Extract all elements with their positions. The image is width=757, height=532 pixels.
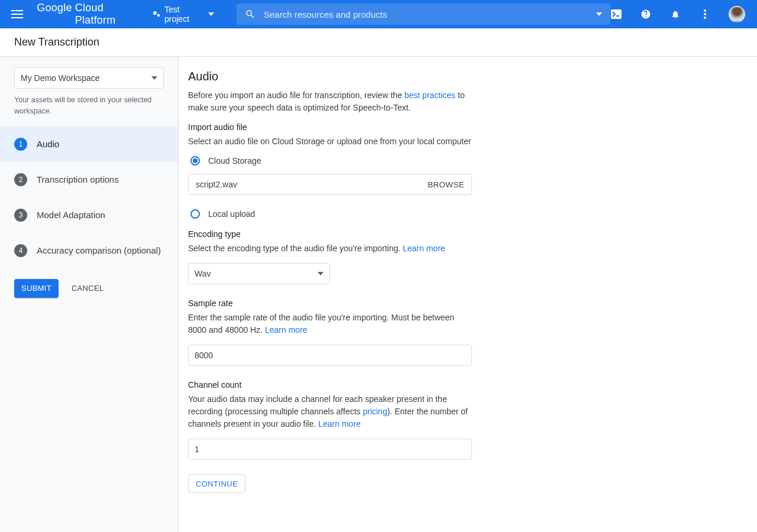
sample-rate-desc: Enter the sample rate of the audio file … <box>188 312 472 336</box>
workspace-note: Your assets will be stored in your selec… <box>14 95 164 117</box>
encoding-value: Wav <box>195 269 211 278</box>
platform-logo[interactable]: Google Cloud Platform <box>37 2 140 27</box>
more-vert-icon[interactable] <box>699 8 711 20</box>
svg-point-4 <box>704 13 706 15</box>
search-icon <box>245 9 255 20</box>
step-number: 1 <box>14 138 27 151</box>
radio-unselected-icon <box>190 209 200 219</box>
section-audio-desc: Before you import an audio file for tran… <box>188 89 472 114</box>
channel-count-title: Channel count <box>188 380 472 390</box>
project-selector[interactable]: Test project <box>153 5 214 24</box>
radio-local-upload[interactable]: Local upload <box>190 209 472 219</box>
chevron-down-icon <box>151 76 157 80</box>
notifications-icon[interactable] <box>669 8 681 20</box>
step-number: 2 <box>14 173 27 186</box>
step-label: Accuracy comparison (optional) <box>37 245 161 255</box>
browse-button[interactable]: BROWSE <box>428 180 464 189</box>
step-accuracy-comparison[interactable]: 4 Accuracy comparison (optional) <box>0 233 178 268</box>
search-dropdown-icon[interactable] <box>596 12 602 16</box>
hamburger-icon[interactable] <box>11 7 24 21</box>
submit-button[interactable]: SUBMIT <box>14 279 59 298</box>
sidebar: My Demo Workspace Your assets will be st… <box>0 57 179 532</box>
caret-down-icon <box>208 12 214 16</box>
pricing-link[interactable]: pricing <box>363 407 387 416</box>
step-label: Audio <box>37 139 59 149</box>
step-label: Transcription options <box>37 174 119 184</box>
workspace-value: My Demo Workspace <box>21 73 100 83</box>
section-audio-title: Audio <box>188 70 472 83</box>
step-audio[interactable]: 1 Audio <box>0 126 178 162</box>
page-title-bar: New Transcription <box>0 28 757 57</box>
step-label: Model Adaptation <box>37 210 105 220</box>
top-bar: Google Cloud Platform Test project <box>0 0 757 28</box>
best-practices-link[interactable]: best practices <box>405 90 455 100</box>
sample-rate-title: Sample rate <box>188 299 472 308</box>
svg-point-3 <box>704 9 706 12</box>
continue-button[interactable]: CONTINUE <box>188 474 245 493</box>
svg-point-1 <box>157 14 160 17</box>
svg-point-5 <box>704 17 706 19</box>
encoding-title: Encoding type <box>188 229 472 239</box>
radio-cloud-storage[interactable]: Cloud Storage <box>190 156 472 166</box>
search-box[interactable] <box>237 4 610 25</box>
main-panel: Audio Before you import an audio file fo… <box>179 57 757 532</box>
sample-rate-input[interactable] <box>188 345 472 366</box>
channel-count-input[interactable] <box>188 439 472 460</box>
header-actions <box>610 6 752 22</box>
search-input[interactable] <box>264 9 596 20</box>
cancel-button[interactable]: CANCEL <box>72 284 104 293</box>
page-title: New Transcription <box>14 36 99 48</box>
sample-learn-more-link[interactable]: Learn more <box>265 325 308 335</box>
project-icon <box>153 10 161 18</box>
cloud-shell-icon[interactable] <box>610 8 622 20</box>
encoding-learn-more-link[interactable]: Learn more <box>403 244 445 253</box>
import-desc: Select an audio file on Cloud Storage or… <box>188 135 472 148</box>
encoding-select[interactable]: Wav <box>188 263 330 284</box>
import-title: Import audio file <box>188 122 472 132</box>
step-model-adaptation[interactable]: 3 Model Adaptation <box>0 197 178 233</box>
step-number: 4 <box>14 244 27 257</box>
user-avatar[interactable] <box>729 6 745 22</box>
step-number: 3 <box>14 209 27 222</box>
svg-point-0 <box>153 11 157 15</box>
svg-rect-2 <box>611 9 622 19</box>
step-transcription-options[interactable]: 2 Transcription options <box>0 162 178 197</box>
cloud-file-input[interactable] <box>196 180 428 189</box>
help-icon[interactable] <box>640 8 652 20</box>
chevron-down-icon <box>318 272 323 275</box>
channel-count-desc: Your audio data may include a channel fo… <box>188 393 472 430</box>
cloud-file-field[interactable]: BROWSE <box>188 174 472 195</box>
channel-learn-more-link[interactable]: Learn more <box>318 419 361 429</box>
radio-selected-icon <box>190 156 200 166</box>
project-name: Test project <box>164 5 202 24</box>
workspace-select[interactable]: My Demo Workspace <box>14 67 164 89</box>
encoding-desc: Select the encoding type of the audio fi… <box>188 242 472 255</box>
